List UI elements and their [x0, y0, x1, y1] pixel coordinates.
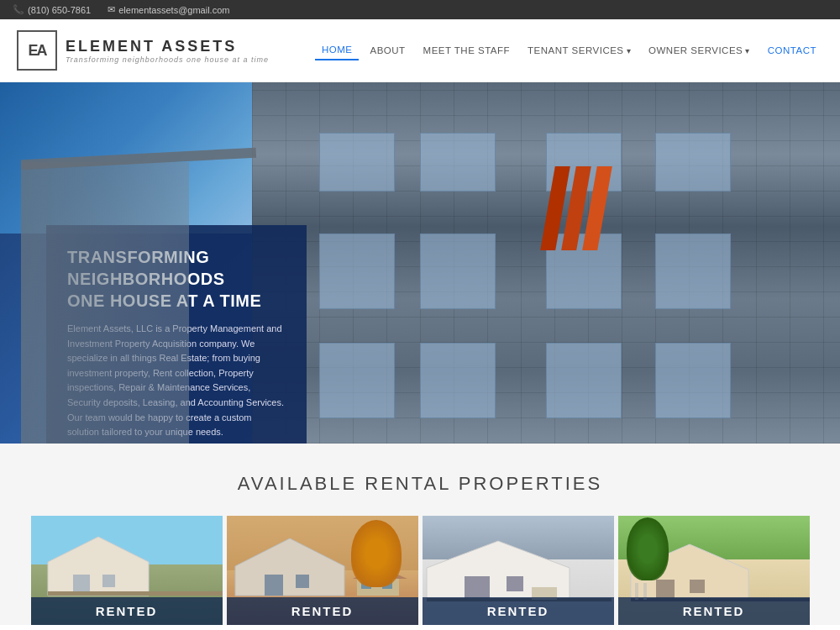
rental-section: AVAILABLE RENTAL PROPERTIES RENTED	[0, 444, 840, 625]
property-card-3[interactable]: RENTED	[423, 516, 614, 625]
svg-marker-4	[235, 538, 344, 596]
header: EA ELEMENT ASSETS Transforming neighborh…	[0, 19, 840, 82]
svg-rect-3	[48, 591, 223, 596]
email-icon: ✉	[108, 4, 115, 15]
properties-row: RENTED RENTED	[13, 516, 827, 625]
hero-section: TRANSFORMING NEIGHBORHOODSONE HOUSE AT A…	[0, 82, 840, 444]
tree-autumn	[351, 520, 402, 587]
logo-tagline: Transforming neighborhoods one house at …	[66, 55, 269, 64]
building-window	[546, 343, 622, 418]
email-info: ✉ elementassets@gmail.com	[108, 4, 229, 15]
logo-area: EA ELEMENT ASSETS Transforming neighborh…	[17, 30, 269, 71]
main-nav: HOME ABOUT MEET THE STAFF TENANT SERVICE…	[315, 40, 823, 60]
building-window	[655, 133, 731, 192]
building-window	[319, 343, 395, 418]
nav-owner-services[interactable]: OWNER SERVICES	[642, 41, 757, 60]
tree-green	[627, 517, 669, 580]
building-window	[655, 234, 731, 309]
logo-icon: EA	[17, 30, 57, 71]
svg-rect-18	[690, 580, 705, 593]
building-window	[420, 234, 496, 309]
logo-text-area: ELEMENT ASSETS Transforming neighborhood…	[66, 38, 269, 64]
email-address: elementassets@gmail.com	[118, 5, 229, 15]
property-card-1[interactable]: RENTED	[31, 516, 223, 625]
logo-name: ELEMENT ASSETS	[66, 38, 269, 55]
nav-contact[interactable]: CONTACT	[761, 41, 823, 60]
building-window	[319, 133, 395, 192]
phone-number: (810) 650-7861	[28, 5, 91, 15]
building-left-panel	[21, 162, 189, 444]
top-bar: 📞 (810) 650-7861 ✉ elementassets@gmail.c…	[0, 0, 840, 19]
rented-badge-3: RENTED	[423, 597, 614, 625]
phone-icon: 📞	[13, 4, 24, 15]
building-window	[420, 343, 496, 418]
svg-rect-12	[465, 576, 490, 600]
svg-rect-13	[507, 576, 523, 591]
rented-badge-4: RENTED	[618, 597, 810, 625]
svg-rect-2	[102, 575, 115, 587]
rented-badge-2: RENTED	[227, 597, 418, 625]
building-window	[319, 234, 395, 309]
svg-rect-5	[265, 575, 283, 596]
rented-badge-1: RENTED	[31, 597, 223, 625]
property-card-4[interactable]: RENTED	[618, 516, 810, 625]
svg-rect-6	[296, 575, 309, 588]
nav-meet-staff[interactable]: MEET THE STAFF	[417, 41, 517, 60]
building-window	[420, 133, 496, 192]
nav-home[interactable]: HOME	[315, 40, 360, 60]
nav-about[interactable]: ABOUT	[363, 41, 412, 60]
svg-marker-0	[48, 537, 149, 596]
hero-building	[252, 82, 840, 444]
property-card-2[interactable]: RENTED	[227, 516, 418, 625]
rental-section-title: AVAILABLE RENTAL PROPERTIES	[13, 473, 827, 495]
building-window	[655, 343, 731, 418]
nav-tenant-services[interactable]: TENANT SERVICES	[521, 41, 638, 60]
phone-info: 📞 (810) 650-7861	[13, 4, 91, 15]
